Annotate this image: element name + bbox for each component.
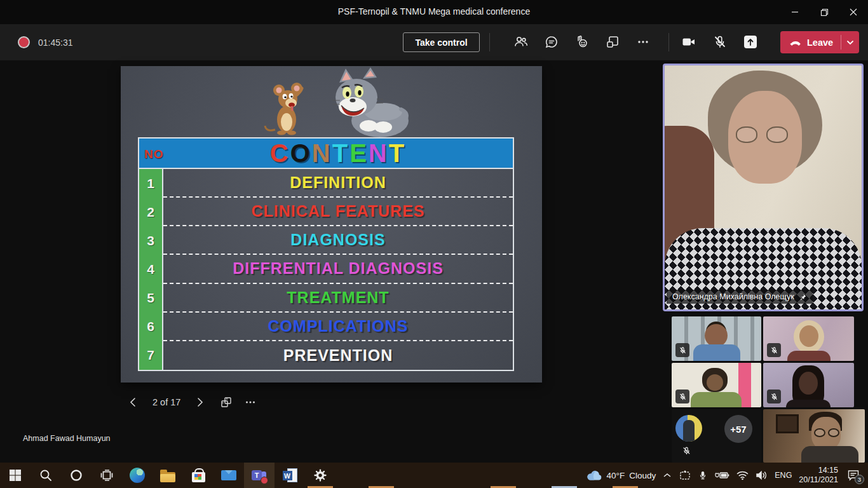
language-indicator[interactable]: ENG: [775, 471, 792, 480]
more-icon: [245, 396, 256, 408]
tom-and-jerry-image: [251, 67, 410, 139]
minimize-button[interactable]: [780, 0, 810, 24]
title-letter: O: [290, 139, 312, 167]
search-button[interactable]: [31, 463, 61, 488]
row-number: 5: [139, 284, 163, 313]
mic-muted-badge: [767, 390, 781, 403]
participant-video[interactable]: [763, 316, 854, 361]
share-screen-button[interactable]: [738, 29, 763, 55]
row-number: 6: [139, 313, 163, 341]
file-explorer-button[interactable]: [153, 463, 183, 488]
meeting-tray-icon[interactable]: [679, 470, 691, 481]
mic-off-icon: [679, 346, 687, 355]
cortana-button[interactable]: [61, 463, 92, 488]
wifi-icon[interactable]: [736, 471, 749, 480]
table-row: 1 DEFINITION: [139, 169, 513, 198]
screen-share-stage: NO CONTENT 1 DEFINITION 2 CLINICAL FEATU…: [0, 60, 661, 463]
previous-slide-button[interactable]: [125, 393, 142, 411]
search-icon: [39, 468, 53, 482]
close-icon: [850, 8, 857, 16]
row-label: TREATMENT: [163, 284, 513, 313]
slide-title: CONTENT: [163, 139, 513, 168]
teams-button-active[interactable]: T: [244, 463, 275, 488]
meeting-timer: 01:45:31: [38, 37, 73, 48]
title-letter: T: [389, 139, 406, 167]
reactions-button[interactable]: [569, 29, 595, 55]
breakout-rooms-button[interactable]: [600, 29, 625, 55]
title-letter: N: [312, 139, 332, 167]
window-title: PSF-Ternopil & TNMU Mega medical confere…: [0, 6, 868, 17]
action-center-button[interactable]: 3: [845, 468, 862, 483]
close-button[interactable]: [839, 0, 868, 24]
participant-video[interactable]: [763, 363, 854, 407]
microphone-tray-icon[interactable]: [698, 470, 707, 481]
share-screen-icon: [742, 34, 759, 50]
table-row: 4 DIFFRENTIAL DIAGNOSIS: [139, 255, 513, 283]
clock[interactable]: 14:15 20/11/2021: [799, 466, 838, 485]
row-label: PREVENTION: [163, 341, 513, 370]
row-number: 3: [139, 226, 163, 255]
participant-video[interactable]: [672, 363, 761, 407]
table-row: 7 PREVENTION: [139, 341, 513, 370]
slide-more-options-button[interactable]: [241, 393, 259, 411]
overflow-participants-badge[interactable]: +57: [724, 415, 752, 443]
table-row: 2 CLINICAL FEATURES: [139, 198, 513, 226]
speaker-glasses: [736, 126, 757, 143]
participant-video[interactable]: [672, 316, 761, 361]
hangup-icon: [789, 36, 802, 49]
gear-icon: [313, 468, 327, 482]
word-button[interactable]: W: [275, 463, 305, 488]
show-hidden-icons-chevron[interactable]: [663, 471, 672, 479]
meeting-toolbar: 01:45:31 Take control: [0, 24, 868, 60]
teams-icon: T: [252, 468, 267, 482]
participant-avatar-tile[interactable]: +57: [672, 409, 761, 463]
row-label: DIFFRENTIAL DIAGNOSIS: [163, 255, 513, 283]
chat-button[interactable]: [539, 29, 564, 55]
microsoft-store-button[interactable]: [183, 463, 214, 488]
avatar-person-silhouette: [683, 420, 695, 442]
edge-browser-button[interactable]: [122, 463, 153, 488]
participant-video[interactable]: [763, 409, 865, 463]
leave-options-button[interactable]: [841, 31, 859, 53]
weather-widget[interactable]: 40°F Cloudy: [586, 469, 656, 482]
toolbar-divider: [668, 33, 669, 51]
participants-icon: [513, 34, 529, 50]
participant-face: [707, 374, 723, 391]
start-button[interactable]: [0, 463, 31, 488]
participants-button[interactable]: [508, 29, 534, 55]
mic-muted-badge: [767, 343, 781, 357]
participant-face: [799, 372, 818, 395]
more-options-button[interactable]: [630, 29, 656, 55]
mic-off-icon: [770, 393, 778, 401]
battery-charging-icon[interactable]: [714, 471, 729, 480]
mic-muted-button[interactable]: [707, 29, 733, 55]
slide-grid-view-button[interactable]: [217, 393, 235, 411]
content-table-body: 1 DEFINITION 2 CLINICAL FEATURES 3 DIAGN…: [139, 169, 513, 370]
next-slide-button[interactable]: [191, 393, 208, 411]
chevron-left-icon: [128, 397, 139, 407]
restore-button[interactable]: [810, 0, 839, 24]
settings-button[interactable]: [305, 463, 336, 488]
take-control-button[interactable]: Take control: [403, 32, 480, 52]
leave-button[interactable]: Leave: [780, 31, 841, 53]
participants-video-panel: Олександра Михайлівна Олещук: [661, 60, 868, 463]
avatar: [675, 415, 702, 442]
mic-off-icon: [682, 446, 691, 456]
breakout-rooms-icon: [605, 34, 620, 50]
speaker-glasses: [766, 126, 788, 143]
mail-button[interactable]: [214, 463, 244, 488]
no-column-header: NO: [144, 147, 164, 161]
volume-icon[interactable]: [756, 470, 768, 480]
participant-head: [705, 324, 728, 347]
participant-body: [691, 392, 742, 407]
pin-icon: [799, 293, 807, 301]
notification-count-badge: 3: [855, 475, 864, 484]
camera-button[interactable]: [676, 29, 702, 55]
pinned-speaker-video[interactable]: Олександра Михайлівна Олещук: [663, 64, 864, 311]
cloud-icon: [586, 469, 602, 482]
content-table-header: NO CONTENT: [139, 139, 513, 169]
mail-icon: [221, 470, 236, 480]
mic-muted-icon-wrap: [682, 446, 691, 456]
task-view-button[interactable]: [92, 463, 122, 488]
row-label: COMPLICATIONS: [163, 313, 513, 341]
